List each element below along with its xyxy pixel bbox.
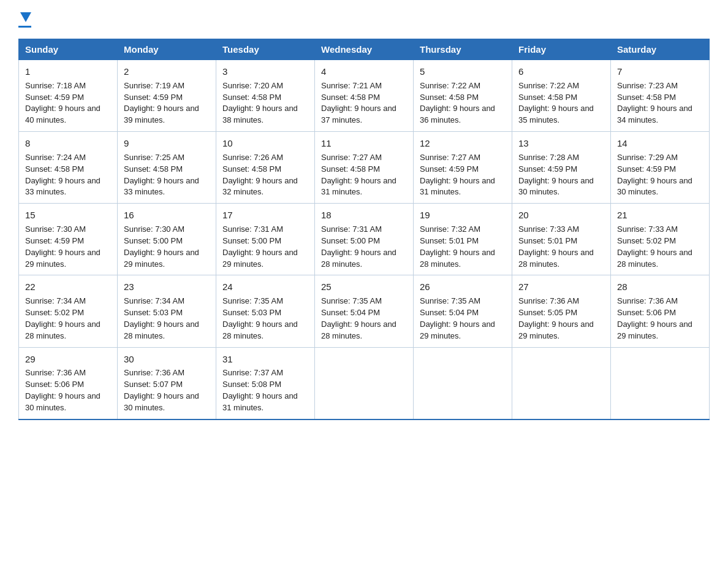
calendar-day-31: 31Sunrise: 7:37 AMSunset: 5:08 PMDayligh… [216, 347, 315, 419]
sunrise-line: Sunrise: 7:35 AM [321, 296, 382, 305]
daylight-line: Daylight: 9 hours and 29 minutes. [25, 248, 100, 269]
daylight-line: Daylight: 9 hours and 28 minutes. [321, 248, 396, 269]
sunset-line: Sunset: 5:04 PM [321, 308, 380, 317]
daylight-line: Daylight: 9 hours and 29 minutes. [124, 248, 199, 269]
sunrise-line: Sunrise: 7:25 AM [124, 153, 184, 162]
sunrise-line: Sunrise: 7:30 AM [124, 224, 184, 234]
daylight-line: Daylight: 9 hours and 38 minutes. [222, 104, 298, 124]
sunset-line: Sunset: 5:03 PM [222, 308, 281, 317]
day-number: 17 [222, 209, 308, 222]
calendar-day-26: 26Sunrise: 7:35 AMSunset: 5:04 PMDayligh… [414, 275, 512, 347]
sunset-line: Sunset: 4:59 PM [124, 93, 183, 102]
sunrise-line: Sunrise: 7:29 AM [617, 153, 678, 162]
calendar-week-row: 1Sunrise: 7:18 AMSunset: 4:59 PMDaylight… [19, 60, 710, 132]
sunset-line: Sunset: 5:00 PM [321, 236, 380, 245]
daylight-line: Daylight: 9 hours and 28 minutes. [420, 248, 495, 269]
calendar-day-16: 16Sunrise: 7:30 AMSunset: 5:00 PMDayligh… [118, 204, 216, 275]
calendar-table: SundayMondayTuesdayWednesdayThursdayFrid… [18, 39, 710, 420]
day-number: 22 [25, 280, 111, 294]
calendar-day-8: 8Sunrise: 7:24 AMSunset: 4:58 PMDaylight… [19, 132, 118, 204]
day-number: 19 [420, 209, 506, 222]
sunrise-line: Sunrise: 7:33 AM [518, 224, 579, 234]
calendar-day-23: 23Sunrise: 7:34 AMSunset: 5:03 PMDayligh… [118, 275, 216, 347]
day-number: 6 [518, 65, 604, 79]
sunset-line: Sunset: 5:05 PM [518, 308, 577, 317]
sunrise-line: Sunrise: 7:20 AM [222, 81, 283, 90]
day-number: 7 [617, 65, 703, 79]
calendar-day-21: 21Sunrise: 7:33 AMSunset: 5:02 PMDayligh… [611, 204, 710, 275]
sunrise-line: Sunrise: 7:37 AM [222, 368, 283, 377]
sunset-line: Sunset: 5:01 PM [518, 236, 577, 245]
logo-triangle-icon [20, 12, 31, 22]
sunrise-line: Sunrise: 7:26 AM [222, 153, 283, 162]
day-number: 12 [420, 137, 506, 150]
col-header-thursday: Thursday [414, 39, 512, 60]
calendar-day-10: 10Sunrise: 7:26 AMSunset: 4:58 PMDayligh… [216, 132, 315, 204]
calendar-day-20: 20Sunrise: 7:33 AMSunset: 5:01 PMDayligh… [512, 204, 611, 275]
sunset-line: Sunset: 5:00 PM [124, 236, 183, 245]
col-header-tuesday: Tuesday [216, 39, 315, 60]
sunrise-line: Sunrise: 7:36 AM [25, 368, 86, 377]
sunrise-line: Sunrise: 7:27 AM [321, 153, 382, 162]
day-number: 28 [617, 280, 703, 294]
daylight-line: Daylight: 9 hours and 31 minutes. [420, 176, 495, 197]
calendar-day-19: 19Sunrise: 7:32 AMSunset: 5:01 PMDayligh… [414, 204, 512, 275]
day-number: 21 [617, 209, 703, 222]
calendar-day-30: 30Sunrise: 7:36 AMSunset: 5:07 PMDayligh… [118, 347, 216, 419]
calendar-day-5: 5Sunrise: 7:22 AMSunset: 4:58 PMDaylight… [414, 60, 512, 132]
day-number: 31 [222, 353, 308, 366]
day-number: 14 [617, 137, 703, 150]
calendar-day-25: 25Sunrise: 7:35 AMSunset: 5:04 PMDayligh… [315, 275, 414, 347]
sunset-line: Sunset: 4:58 PM [222, 164, 281, 174]
calendar-day-12: 12Sunrise: 7:27 AMSunset: 4:59 PMDayligh… [414, 132, 512, 204]
day-number: 13 [518, 137, 604, 150]
daylight-line: Daylight: 9 hours and 30 minutes. [25, 391, 100, 412]
daylight-line: Daylight: 9 hours and 37 minutes. [321, 104, 396, 124]
calendar-day-3: 3Sunrise: 7:20 AMSunset: 4:58 PMDaylight… [216, 60, 315, 132]
sunset-line: Sunset: 4:58 PM [25, 164, 84, 174]
day-number: 27 [518, 280, 604, 294]
calendar-empty-cell [512, 347, 611, 419]
daylight-line: Daylight: 9 hours and 28 minutes. [617, 248, 692, 269]
sunset-line: Sunset: 4:58 PM [617, 93, 676, 102]
sunset-line: Sunset: 4:58 PM [222, 93, 281, 102]
sunrise-line: Sunrise: 7:33 AM [617, 224, 678, 234]
sunrise-line: Sunrise: 7:24 AM [25, 153, 86, 162]
sunset-line: Sunset: 4:59 PM [617, 164, 676, 174]
calendar-day-2: 2Sunrise: 7:19 AMSunset: 4:59 PMDaylight… [118, 60, 216, 132]
page-header [18, 12, 710, 28]
calendar-week-row: 29Sunrise: 7:36 AMSunset: 5:06 PMDayligh… [19, 347, 710, 419]
sunset-line: Sunset: 5:08 PM [222, 380, 281, 389]
sunrise-line: Sunrise: 7:18 AM [25, 81, 86, 90]
col-header-monday: Monday [118, 39, 216, 60]
sunrise-line: Sunrise: 7:23 AM [617, 81, 678, 90]
daylight-line: Daylight: 9 hours and 32 minutes. [222, 176, 298, 197]
col-header-saturday: Saturday [611, 39, 710, 60]
day-number: 30 [124, 353, 210, 366]
day-number: 5 [420, 65, 506, 79]
calendar-day-24: 24Sunrise: 7:35 AMSunset: 5:03 PMDayligh… [216, 275, 315, 347]
col-header-sunday: Sunday [19, 39, 118, 60]
calendar-day-13: 13Sunrise: 7:28 AMSunset: 4:59 PMDayligh… [512, 132, 611, 204]
calendar-day-7: 7Sunrise: 7:23 AMSunset: 4:58 PMDaylight… [611, 60, 710, 132]
daylight-line: Daylight: 9 hours and 31 minutes. [222, 391, 298, 412]
calendar-day-11: 11Sunrise: 7:27 AMSunset: 4:58 PMDayligh… [315, 132, 414, 204]
daylight-line: Daylight: 9 hours and 29 minutes. [518, 320, 594, 340]
day-number: 2 [124, 65, 210, 79]
calendar-empty-cell [414, 347, 512, 419]
sunrise-line: Sunrise: 7:34 AM [124, 296, 184, 305]
sunset-line: Sunset: 4:58 PM [518, 93, 577, 102]
day-number: 20 [518, 209, 604, 222]
calendar-week-row: 8Sunrise: 7:24 AMSunset: 4:58 PMDaylight… [19, 132, 710, 204]
calendar-day-27: 27Sunrise: 7:36 AMSunset: 5:05 PMDayligh… [512, 275, 611, 347]
day-number: 3 [222, 65, 308, 79]
day-number: 15 [25, 209, 111, 222]
calendar-day-29: 29Sunrise: 7:36 AMSunset: 5:06 PMDayligh… [19, 347, 118, 419]
sunset-line: Sunset: 4:58 PM [124, 164, 183, 174]
sunset-line: Sunset: 5:07 PM [124, 380, 183, 389]
daylight-line: Daylight: 9 hours and 28 minutes. [518, 248, 594, 269]
calendar-day-18: 18Sunrise: 7:31 AMSunset: 5:00 PMDayligh… [315, 204, 414, 275]
col-header-wednesday: Wednesday [315, 39, 414, 60]
day-number: 18 [321, 209, 407, 222]
calendar-day-1: 1Sunrise: 7:18 AMSunset: 4:59 PMDaylight… [19, 60, 118, 132]
